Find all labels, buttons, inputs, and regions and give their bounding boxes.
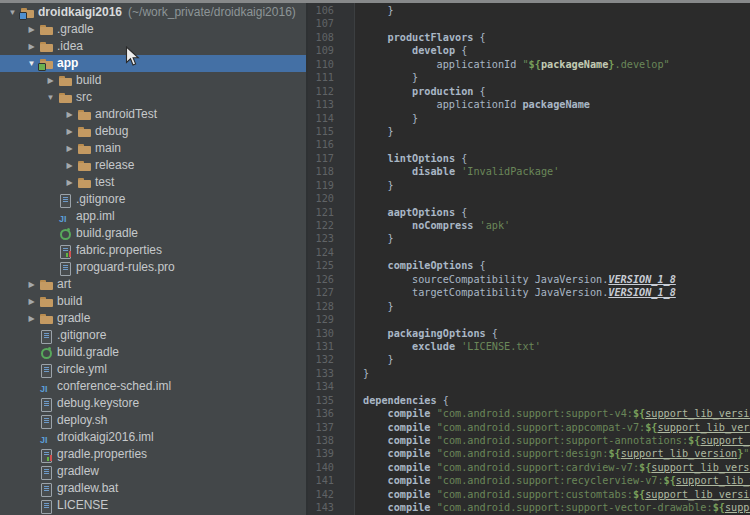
- tree-item-release[interactable]: ▶release: [0, 157, 306, 174]
- code-line[interactable]: 122 noCompress 'apk': [308, 219, 750, 232]
- chevron-right-icon[interactable]: ▶: [61, 157, 78, 174]
- tree-item-gradle[interactable]: ▶.gradle: [0, 21, 306, 38]
- chevron-right-icon[interactable]: ▶: [23, 38, 40, 55]
- tree-item-deploy-sh[interactable]: deploy.sh: [0, 412, 306, 429]
- folder-icon: [40, 23, 53, 37]
- code-line[interactable]: 115 }: [308, 125, 750, 138]
- tree-item-conference-sched-iml[interactable]: JIconference-sched.iml: [0, 378, 306, 395]
- code-text: productFlavors {: [334, 31, 486, 44]
- chevron-right-icon[interactable]: ▶: [23, 276, 40, 293]
- code-line[interactable]: 119 }: [308, 179, 750, 192]
- folder-icon: [78, 159, 91, 173]
- code-line[interactable]: 120: [308, 192, 750, 205]
- line-number: 135: [308, 394, 334, 407]
- chevron-right-icon[interactable]: ▶: [61, 106, 78, 123]
- code-line[interactable]: 133}: [308, 367, 750, 380]
- line-number: 107: [308, 17, 334, 30]
- code-line[interactable]: 143 compile "com.android.support:support…: [308, 501, 750, 514]
- chevron-right-icon[interactable]: ▶: [23, 293, 40, 310]
- tree-item-fabric-properties[interactable]: fabric.properties: [0, 242, 306, 259]
- chevron-right-icon[interactable]: ▶: [61, 123, 78, 140]
- tree-item-droidkaigi2016-iml[interactable]: JIdroidkaigi2016.iml: [0, 429, 306, 446]
- code-line[interactable]: 106 }: [308, 4, 750, 17]
- code-line[interactable]: 139 compile "com.android.support:design:…: [308, 447, 750, 460]
- tree-item-gradle-properties[interactable]: gradle.properties: [0, 446, 306, 463]
- chevron-right-icon[interactable]: ▶: [42, 72, 59, 89]
- code-line[interactable]: 109 develop {: [308, 44, 750, 57]
- chevron-right-icon[interactable]: ▶: [61, 174, 78, 191]
- chevron-down-icon[interactable]: ▼: [42, 89, 59, 106]
- code-text: applicationId "${packageName}.develop": [334, 58, 670, 71]
- tree-item-build[interactable]: ▶build: [0, 293, 306, 310]
- code-line[interactable]: 132 }: [308, 353, 750, 366]
- code-line[interactable]: 108 productFlavors {: [308, 31, 750, 44]
- code-line[interactable]: 129: [308, 313, 750, 326]
- chevron-right-icon[interactable]: ▶: [23, 310, 40, 327]
- tree-item-idea[interactable]: ▶.idea: [0, 38, 306, 55]
- code-line[interactable]: 134: [308, 380, 750, 393]
- code-line[interactable]: 117 lintOptions {: [308, 152, 750, 165]
- chevron-right-icon[interactable]: ▶: [23, 21, 40, 38]
- project-tree: ▼droidkaigi2016(~/work_private/droidkaig…: [0, 4, 306, 515]
- code-line[interactable]: 141 compile "com.android.support:recycle…: [308, 474, 750, 487]
- tree-item-debug-keystore[interactable]: debug.keystore: [0, 395, 306, 412]
- code-line[interactable]: 121 aaptOptions {: [308, 206, 750, 219]
- code-editor[interactable]: 106 }107 108 productFlavors {109 develop…: [308, 3, 750, 515]
- code-line[interactable]: 140 compile "com.android.support:cardvie…: [308, 461, 750, 474]
- code-line[interactable]: 118 disable 'InvalidPackage': [308, 165, 750, 178]
- folder-icon: [78, 108, 91, 122]
- tree-item-gradlew-bat[interactable]: gradlew.bat: [0, 480, 306, 497]
- line-number: 136: [308, 407, 334, 420]
- tree-item-gitignore[interactable]: .gitignore: [0, 191, 306, 208]
- code-text: }: [334, 179, 394, 192]
- tree-item-gradle[interactable]: ▶gradle: [0, 310, 306, 327]
- tree-item-debug[interactable]: ▶debug: [0, 123, 306, 140]
- tree-item-label: .gradle: [57, 21, 94, 38]
- tree-item-droidkaigi2016[interactable]: ▼droidkaigi2016(~/work_private/droidkaig…: [0, 4, 306, 21]
- tree-item-art[interactable]: ▶art: [0, 276, 306, 293]
- code-line[interactable]: 114 }: [308, 112, 750, 125]
- code-text: }: [334, 300, 394, 313]
- code-line[interactable]: 113 applicationId packageName: [308, 98, 750, 111]
- tree-item-proguard-rules-pro[interactable]: proguard-rules.pro: [0, 259, 306, 276]
- tree-item-gitignore[interactable]: .gitignore: [0, 327, 306, 344]
- tree-item-label: fabric.properties: [76, 242, 162, 259]
- code-line[interactable]: 138 compile "com.android.support:support…: [308, 434, 750, 447]
- code-line[interactable]: 137 compile "com.android.support:appcomp…: [308, 421, 750, 434]
- tree-item-src[interactable]: ▼src: [0, 89, 306, 106]
- tree-item-build-gradle[interactable]: build.gradle: [0, 344, 306, 361]
- tree-item-test[interactable]: ▶test: [0, 174, 306, 191]
- chevron-right-icon[interactable]: ▶: [61, 140, 78, 157]
- code-line[interactable]: 131 exclude 'LICENSE.txt': [308, 340, 750, 353]
- code-text: applicationId packageName: [334, 98, 590, 111]
- tree-item-gradlew[interactable]: gradlew: [0, 463, 306, 480]
- tree-item-app[interactable]: ▼app: [0, 55, 306, 72]
- code-line[interactable]: 116: [308, 138, 750, 151]
- code-line[interactable]: 125 compileOptions {: [308, 259, 750, 272]
- tree-item-main[interactable]: ▶main: [0, 140, 306, 157]
- code-text: packagingOptions {: [334, 327, 498, 340]
- line-number: 141: [308, 474, 334, 487]
- code-line[interactable]: 126 sourceCompatibility JavaVersion.VERS…: [308, 273, 750, 286]
- code-line[interactable]: 127 targetCompatibility JavaVersion.VERS…: [308, 286, 750, 299]
- code-text: noCompress 'apk': [334, 219, 510, 232]
- tree-item-circle-yml[interactable]: circle.yml: [0, 361, 306, 378]
- tree-item-build-gradle[interactable]: build.gradle: [0, 225, 306, 242]
- code-line[interactable]: 135dependencies {: [308, 394, 750, 407]
- code-line[interactable]: 124: [308, 246, 750, 259]
- tree-item-androidtest[interactable]: ▶androidTest: [0, 106, 306, 123]
- code-line[interactable]: 130 packagingOptions {: [308, 327, 750, 340]
- code-line[interactable]: 123 }: [308, 232, 750, 245]
- tree-item-license[interactable]: LICENSE: [0, 497, 306, 514]
- tree-item-build[interactable]: ▶build: [0, 72, 306, 89]
- code-line[interactable]: 110 applicationId "${packageName}.develo…: [308, 58, 750, 71]
- code-line[interactable]: 111 }: [308, 71, 750, 84]
- folder-icon: [59, 91, 72, 105]
- code-line[interactable]: 112 production {: [308, 85, 750, 98]
- code-line[interactable]: 128 }: [308, 300, 750, 313]
- code-line[interactable]: 136 compile "com.android.support:support…: [308, 407, 750, 420]
- code-text: compile "com.android.support:customtabs:…: [334, 488, 750, 501]
- code-line[interactable]: 142 compile "com.android.support:customt…: [308, 488, 750, 501]
- code-line[interactable]: 107: [308, 17, 750, 30]
- tree-item-app-iml[interactable]: JIapp.iml: [0, 208, 306, 225]
